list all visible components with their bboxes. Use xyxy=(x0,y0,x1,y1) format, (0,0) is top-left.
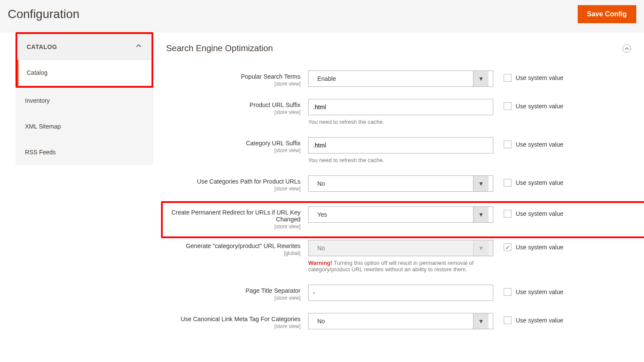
field-input-col: No ▼ xyxy=(308,313,493,329)
field-label-col: Generate "category/product" URL Rewrites… xyxy=(166,240,308,256)
field-scope: [store view] xyxy=(166,186,300,192)
sidebar-item-inventory[interactable]: Inventory xyxy=(15,88,153,114)
field-input-col xyxy=(308,285,493,301)
select-value: Enable xyxy=(313,72,473,86)
field-input-col: Enable ▼ xyxy=(308,71,493,87)
field-label: Category URL Suffix xyxy=(246,140,300,147)
use-system-value-checkbox[interactable] xyxy=(504,179,511,187)
field-label: Product URL Suffix xyxy=(250,101,300,108)
chevron-down-icon: ▼ xyxy=(473,71,489,86)
sidebar-item-label: RSS Feeds xyxy=(25,149,56,156)
use-system-value-checkbox[interactable] xyxy=(504,243,511,251)
field-note: You need to refresh the cache. xyxy=(308,119,493,125)
field-warning-note: Warning! Turning this option off will re… xyxy=(308,260,493,273)
section-title: Search Engine Optimization xyxy=(166,43,273,53)
field-note: You need to refresh the cache. xyxy=(308,157,493,163)
use-system-value-checkbox[interactable] xyxy=(504,74,511,82)
use-system-value-label: Use system value xyxy=(516,141,563,148)
sidebar-item-label: XML Sitemap xyxy=(25,123,61,130)
chevron-down-icon: ▼ xyxy=(473,207,489,222)
field-label-col: Page Title Separator [store view] xyxy=(166,285,308,301)
field-system-col: Use system value xyxy=(493,99,588,110)
field-label: Popular Search Terms xyxy=(241,73,300,80)
select-value: No xyxy=(313,314,473,328)
field-canonical-categories: Use Canonical Link Meta Tag For Categori… xyxy=(166,313,631,329)
field-system-col: Use system value xyxy=(493,240,588,251)
sidebar-item-label: Catalog xyxy=(27,69,47,76)
field-popular-search-terms: Popular Search Terms [store view] Enable… xyxy=(166,71,631,87)
field-input-col: No ▼ xyxy=(308,175,493,192)
field-use-categories-path: Use Categories Path for Product URLs [st… xyxy=(166,175,631,192)
use-system-value-label: Use system value xyxy=(516,288,563,295)
field-scope: [store view] xyxy=(166,109,300,115)
field-system-col: Use system value xyxy=(493,285,588,296)
field-scope: [store view] xyxy=(166,224,300,230)
use-system-value-label: Use system value xyxy=(516,74,563,81)
field-input-col: Yes ▼ xyxy=(308,206,493,223)
warning-text: Turning this option off will result in p… xyxy=(308,260,474,273)
use-system-value-label: Use system value xyxy=(516,210,563,217)
chevron-up-icon xyxy=(135,43,142,51)
field-permanent-redirect: Create Permanent Redirect for URLs if UR… xyxy=(166,204,631,232)
sidebar-group-catalog[interactable]: CATALOG xyxy=(17,34,152,60)
config-sidebar: CATALOG Catalog Inventory XML Sitemap RS… xyxy=(15,32,153,338)
chevron-down-icon: ▼ xyxy=(473,240,489,256)
field-label: Page Title Separator xyxy=(245,287,300,294)
sidebar-item-xml-sitemap[interactable]: XML Sitemap xyxy=(15,114,153,139)
field-generate-rewrites: Generate "category/product" URL Rewrites… xyxy=(166,240,631,273)
permanent-redirect-select[interactable]: Yes ▼ xyxy=(308,206,493,223)
field-scope: [store view] xyxy=(166,147,300,153)
save-config-button[interactable]: Save Config xyxy=(578,5,636,23)
field-label-col: Use Categories Path for Product URLs [st… xyxy=(166,175,308,192)
category-url-suffix-input[interactable] xyxy=(308,137,493,153)
field-label: Generate "category/product" URL Rewrites xyxy=(186,242,300,249)
field-product-url-suffix: Product URL Suffix [store view] You need… xyxy=(166,99,631,125)
page-title-separator-input[interactable] xyxy=(308,285,493,301)
field-system-col: Use system value xyxy=(493,313,588,324)
field-scope: [store view] xyxy=(166,81,300,87)
popular-search-terms-select[interactable]: Enable ▼ xyxy=(308,71,493,87)
section-header: Search Engine Optimization xyxy=(166,43,631,53)
use-system-value-checkbox[interactable] xyxy=(504,316,511,324)
field-page-title-separator: Page Title Separator [store view] Use sy… xyxy=(166,285,631,301)
use-system-value-checkbox[interactable] xyxy=(504,210,511,218)
sidebar-highlight-box: CATALOG Catalog xyxy=(15,32,153,88)
canonical-categories-select[interactable]: No ▼ xyxy=(308,313,493,329)
page-header: Configuration Save Config xyxy=(0,0,644,32)
field-input-col: You need to refresh the cache. xyxy=(308,137,493,163)
sidebar-item-label: Inventory xyxy=(25,97,50,104)
use-system-value-label: Use system value xyxy=(516,103,563,110)
field-label: Use Categories Path for Product URLs xyxy=(197,178,300,185)
use-system-value-label: Use system value xyxy=(516,179,563,186)
page-title: Configuration xyxy=(8,7,80,21)
product-url-suffix-input[interactable] xyxy=(308,99,493,115)
field-input-col: No ▼ Warning! Turning this option off wi… xyxy=(308,240,493,273)
chevron-down-icon: ▼ xyxy=(473,313,489,329)
use-system-value-checkbox[interactable] xyxy=(504,288,511,296)
field-system-col: Use system value xyxy=(493,206,588,218)
main-content: Search Engine Optimization Popular Searc… xyxy=(153,32,644,338)
use-system-value-checkbox[interactable] xyxy=(504,102,511,110)
chevron-down-icon: ▼ xyxy=(473,176,489,191)
field-system-col: Use system value xyxy=(493,175,588,187)
sidebar-rest: Inventory XML Sitemap RSS Feeds xyxy=(15,88,153,165)
sidebar-item-catalog[interactable]: Catalog xyxy=(17,60,152,86)
select-value: Yes xyxy=(313,208,473,221)
collapse-section-icon[interactable] xyxy=(622,44,631,53)
field-label-col: Create Permanent Redirect for URLs if UR… xyxy=(166,206,308,230)
field-label-col: Category URL Suffix [store view] xyxy=(166,137,308,153)
field-label-col: Product URL Suffix [store view] xyxy=(166,99,308,115)
field-label: Use Canonical Link Meta Tag For Categori… xyxy=(181,316,300,322)
select-value: No xyxy=(313,177,473,190)
field-label-col: Use Canonical Link Meta Tag For Categori… xyxy=(166,313,308,329)
field-scope: [global] xyxy=(166,250,300,256)
sidebar-item-rss-feeds[interactable]: RSS Feeds xyxy=(15,139,153,165)
field-scope: [store view] xyxy=(166,323,300,329)
use-system-value-checkbox[interactable] xyxy=(504,141,511,148)
warning-label: Warning! xyxy=(308,260,332,266)
select-value: No xyxy=(313,241,473,255)
field-system-col: Use system value xyxy=(493,71,588,82)
use-categories-path-select[interactable]: No ▼ xyxy=(308,175,493,192)
field-system-col: Use system value xyxy=(493,137,588,148)
generate-rewrites-select: No ▼ xyxy=(308,240,493,256)
